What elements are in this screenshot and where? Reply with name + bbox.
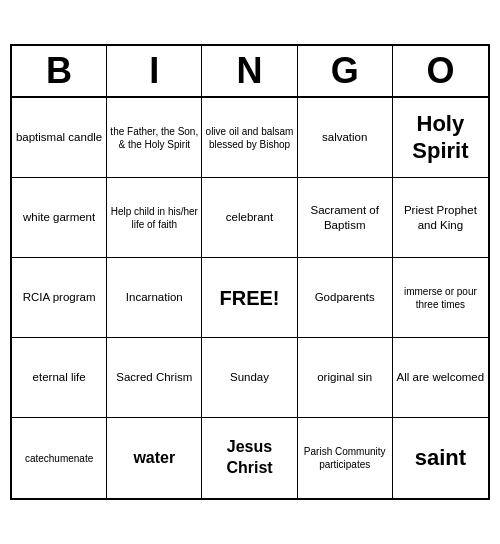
bingo-letter-b: B — [12, 46, 107, 96]
bingo-cell-21: water — [107, 418, 202, 498]
bingo-cell-19: All are welcomed — [393, 338, 488, 418]
bingo-cell-20: catechumenate — [12, 418, 107, 498]
bingo-cell-18: original sin — [298, 338, 393, 418]
bingo-cell-12: FREE! — [202, 258, 297, 338]
bingo-cell-22: Jesus Christ — [202, 418, 297, 498]
bingo-cell-10: RCIA program — [12, 258, 107, 338]
bingo-header: BINGO — [12, 46, 488, 98]
bingo-cell-5: white garment — [12, 178, 107, 258]
bingo-cell-6: Help child in his/her life of faith — [107, 178, 202, 258]
bingo-cell-13: Godparents — [298, 258, 393, 338]
bingo-cell-1: the Father, the Son, & the Holy Spirit — [107, 98, 202, 178]
bingo-cell-14: immerse or pour three times — [393, 258, 488, 338]
bingo-cell-16: Sacred Chrism — [107, 338, 202, 418]
bingo-letter-n: N — [202, 46, 297, 96]
bingo-cell-15: eternal life — [12, 338, 107, 418]
bingo-grid: baptismal candlethe Father, the Son, & t… — [12, 98, 488, 498]
bingo-cell-23: Parish Community participates — [298, 418, 393, 498]
bingo-cell-8: Sacrament of Baptism — [298, 178, 393, 258]
bingo-cell-4: Holy Spirit — [393, 98, 488, 178]
bingo-cell-9: Priest Prophet and King — [393, 178, 488, 258]
bingo-cell-24: saint — [393, 418, 488, 498]
bingo-cell-2: olive oil and balsam blessed by Bishop — [202, 98, 297, 178]
bingo-cell-7: celebrant — [202, 178, 297, 258]
bingo-cell-0: baptismal candle — [12, 98, 107, 178]
bingo-letter-i: I — [107, 46, 202, 96]
bingo-letter-g: G — [298, 46, 393, 96]
bingo-cell-3: salvation — [298, 98, 393, 178]
bingo-letter-o: O — [393, 46, 488, 96]
bingo-cell-17: Sunday — [202, 338, 297, 418]
bingo-cell-11: Incarnation — [107, 258, 202, 338]
bingo-card: BINGO baptismal candlethe Father, the So… — [10, 44, 490, 500]
